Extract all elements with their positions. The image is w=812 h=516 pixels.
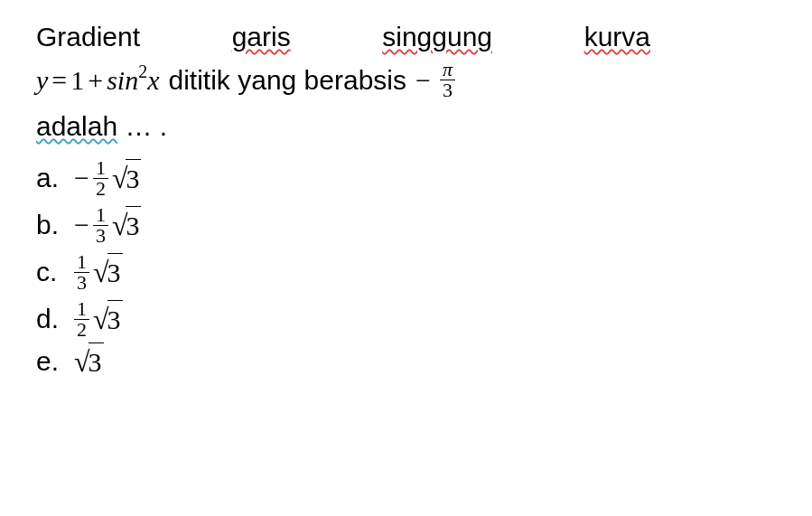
option-label-a: a. (36, 159, 58, 197)
option-e: e. √ 3 (36, 342, 776, 380)
sqrt-d: √ 3 (93, 299, 123, 340)
frac-a: 1 2 (93, 158, 108, 199)
option-label-c: c. (36, 253, 58, 291)
sqrt-e: √ 3 (74, 342, 104, 382)
sin-squared-x: sin2x (107, 61, 159, 99)
denominator-3: 3 (440, 80, 455, 100)
text-dititik: dititik yang berabsis (169, 61, 406, 99)
den-a: 2 (93, 178, 108, 199)
num-d: 1 (74, 299, 89, 319)
question-line-3: adalah … . (36, 108, 776, 145)
den-b: 3 (93, 225, 108, 246)
option-label-d: d. (36, 300, 58, 338)
option-expr-c: 1 3 √ 3 (74, 252, 123, 293)
num-c: 1 (74, 252, 89, 272)
option-a: a. − 1 2 √ 3 (36, 155, 776, 202)
minus-a: − (74, 159, 89, 197)
option-expr-d: 1 2 √ 3 (74, 299, 123, 340)
var-x: x (147, 65, 159, 95)
minus-b: − (74, 206, 89, 244)
fraction-pi-3: π 3 (440, 60, 455, 100)
radicand-e: 3 (89, 342, 104, 381)
options-list: a. − 1 2 √ 3 b. − 1 3 √ 3 (36, 155, 776, 380)
den-c: 3 (74, 272, 89, 293)
ellipsis: … . (125, 111, 167, 141)
minus-sign: − (415, 61, 431, 99)
word-gradient: Gradient (36, 18, 140, 56)
option-label-b: b. (36, 206, 58, 244)
word-singgung: singgung (382, 18, 492, 56)
option-expr-b: − 1 3 √ 3 (74, 205, 141, 246)
word-kurva: kurva (584, 18, 650, 56)
num-a: 1 (93, 158, 108, 178)
option-expr-e: √ 3 (74, 342, 104, 382)
sin: sin (107, 65, 138, 95)
option-label-e: e. (36, 342, 58, 380)
question-line-1: Gradient garis singgung kurva (36, 18, 650, 56)
plus: + (88, 61, 103, 99)
word-adalah: adalah (36, 111, 117, 141)
frac-d: 1 2 (74, 299, 89, 340)
word-garis: garis (232, 18, 291, 56)
radicand-c: 3 (107, 253, 123, 292)
radicand-d: 3 (107, 300, 123, 339)
var-y: y (36, 61, 48, 99)
numerator-pi: π (440, 60, 455, 80)
question-line-2: y = 1 + sin2x dititik yang berabsis − π … (36, 60, 776, 100)
option-c: c. 1 3 √ 3 (36, 249, 776, 296)
frac-c: 1 3 (74, 252, 89, 293)
frac-b: 1 3 (93, 205, 108, 246)
den-d: 2 (74, 319, 89, 340)
option-expr-a: − 1 2 √ 3 (74, 158, 141, 199)
const-one: 1 (70, 61, 84, 99)
sqrt-a: √ 3 (112, 158, 142, 199)
equation: y = 1 + sin2x (36, 61, 160, 99)
option-b: b. − 1 3 √ 3 (36, 202, 776, 249)
sqrt-b: √ 3 (112, 205, 142, 246)
num-b: 1 (93, 205, 108, 225)
equals: = (51, 61, 67, 99)
radicand-b: 3 (126, 206, 141, 245)
radicand-a: 3 (126, 159, 141, 198)
sqrt-c: √ 3 (93, 252, 123, 293)
exponent-2: 2 (138, 61, 147, 81)
option-d: d. 1 2 √ 3 (36, 296, 776, 342)
